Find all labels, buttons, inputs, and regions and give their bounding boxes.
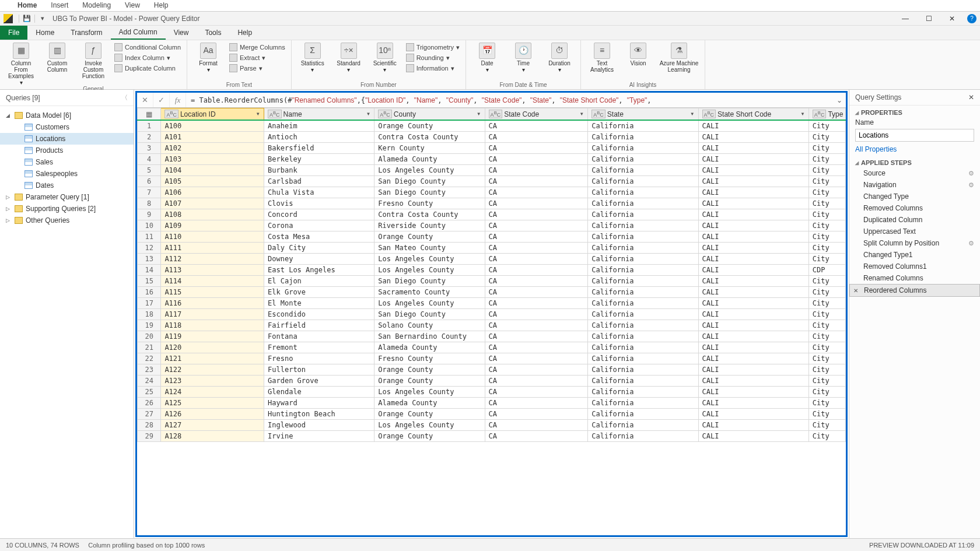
cell[interactable]: Fresno County bbox=[374, 198, 485, 209]
cell[interactable]: Burbank bbox=[264, 165, 374, 176]
table-row[interactable]: 4A103BerkeleyAlameda CountyCACaliforniaC… bbox=[138, 154, 846, 165]
cell[interactable]: CA bbox=[485, 276, 588, 287]
cell[interactable]: CALI bbox=[698, 176, 808, 187]
cell[interactable]: Orange County bbox=[374, 409, 485, 420]
cell[interactable]: City bbox=[808, 387, 845, 398]
cell[interactable]: California bbox=[588, 276, 698, 287]
cell[interactable]: A100 bbox=[161, 120, 264, 132]
table-row[interactable]: 24A123Garden GroveOrange CountyCACalifor… bbox=[138, 375, 846, 387]
properties-section[interactable]: PROPERTIES bbox=[849, 106, 980, 117]
cell[interactable]: Concord bbox=[264, 209, 374, 220]
cell[interactable]: CA bbox=[485, 387, 588, 398]
table-row[interactable]: 9A108ConcordContra Costa CountyCACalifor… bbox=[138, 209, 846, 220]
cell[interactable]: City bbox=[808, 143, 845, 154]
accept-formula-icon[interactable]: ✓ bbox=[153, 93, 170, 107]
table-row[interactable]: 21A120FremontAlameda CountyCACaliforniaC… bbox=[138, 342, 846, 353]
cell[interactable]: City bbox=[808, 331, 845, 342]
cell[interactable]: CA bbox=[485, 409, 588, 420]
invoke-custom-function-button[interactable]: ƒInvoke Custom Function bbox=[77, 43, 110, 79]
cell[interactable]: CA bbox=[485, 209, 588, 220]
cell[interactable]: City bbox=[808, 298, 845, 309]
date-button[interactable]: 📅Date ▾ bbox=[471, 43, 503, 73]
cell[interactable]: Fullerton bbox=[264, 364, 374, 375]
cell[interactable]: City bbox=[808, 231, 845, 243]
cell[interactable]: A119 bbox=[161, 331, 264, 342]
query-item[interactable]: Locations bbox=[0, 133, 134, 145]
cell[interactable]: Alameda County bbox=[374, 342, 485, 353]
applied-step[interactable]: Removed Columns1 bbox=[849, 261, 980, 272]
cell[interactable]: CA bbox=[485, 298, 588, 309]
help-icon[interactable]: ? bbox=[967, 14, 977, 23]
cell[interactable]: CA bbox=[485, 431, 588, 442]
app-tab-help[interactable]: Help bbox=[147, 0, 176, 11]
cell[interactable]: California bbox=[588, 431, 698, 442]
cell[interactable]: California bbox=[588, 120, 698, 132]
table-row[interactable]: 28A127InglewoodLos Angeles CountyCACalif… bbox=[138, 420, 846, 431]
cell[interactable]: CA bbox=[485, 120, 588, 132]
cell[interactable]: A106 bbox=[161, 187, 264, 198]
cell[interactable]: CA bbox=[485, 187, 588, 198]
ribbon-tab-view[interactable]: View bbox=[166, 26, 197, 40]
cell[interactable]: City bbox=[808, 431, 845, 442]
cell[interactable]: CA bbox=[485, 375, 588, 387]
cell[interactable]: City bbox=[808, 320, 845, 331]
cell[interactable]: Orange County bbox=[374, 120, 485, 132]
cell[interactable]: City bbox=[808, 187, 845, 198]
column-header[interactable]: ABCType▼ bbox=[808, 108, 845, 121]
cell[interactable]: California bbox=[588, 154, 698, 165]
table-row[interactable]: 15A114El CajonSan Diego CountyCACaliforn… bbox=[138, 276, 846, 287]
cell[interactable]: City bbox=[808, 375, 845, 387]
statistics-button[interactable]: ΣStatistics ▾ bbox=[296, 43, 329, 73]
close-button[interactable]: ✕ bbox=[940, 12, 964, 25]
cell[interactable]: California bbox=[588, 176, 698, 187]
maximize-button[interactable]: ☐ bbox=[917, 12, 940, 25]
cell[interactable]: CALI bbox=[698, 364, 808, 375]
cell[interactable]: CA bbox=[485, 220, 588, 231]
table-row[interactable]: 2A101AntiochContra Costa CountyCACalifor… bbox=[138, 132, 846, 143]
table-row[interactable]: 1A100AnaheimOrange CountyCACaliforniaCAL… bbox=[138, 120, 846, 132]
ribbon-tab-add-column[interactable]: Add Column bbox=[111, 26, 166, 40]
cell[interactable]: Antioch bbox=[264, 132, 374, 143]
gear-icon[interactable]: ⚙ bbox=[968, 170, 974, 177]
cell[interactable]: California bbox=[588, 254, 698, 265]
cell[interactable]: California bbox=[588, 364, 698, 375]
applied-step[interactable]: Uppercased Text bbox=[849, 226, 980, 237]
cell[interactable]: Glendale bbox=[264, 387, 374, 398]
cell[interactable]: California bbox=[588, 243, 698, 254]
qat-dropdown-icon[interactable]: ▾ bbox=[37, 13, 48, 24]
cell[interactable]: CALI bbox=[698, 331, 808, 342]
table-row[interactable]: 3A102BakersfieldKern CountyCACaliforniaC… bbox=[138, 143, 846, 154]
row-number[interactable]: 20 bbox=[138, 331, 161, 342]
cell[interactable]: A116 bbox=[161, 298, 264, 309]
row-number[interactable]: 15 bbox=[138, 276, 161, 287]
cell[interactable]: San Mateo County bbox=[374, 243, 485, 254]
cell[interactable]: Orange County bbox=[374, 364, 485, 375]
cell[interactable]: A114 bbox=[161, 276, 264, 287]
cell[interactable]: Carlsbad bbox=[264, 176, 374, 187]
cell[interactable]: Solano County bbox=[374, 320, 485, 331]
cell[interactable]: CA bbox=[485, 254, 588, 265]
applied-step[interactable]: Reordered Columns bbox=[849, 284, 980, 297]
cell[interactable]: Orange County bbox=[374, 375, 485, 387]
cell[interactable]: A103 bbox=[161, 154, 264, 165]
applied-step[interactable]: Source⚙ bbox=[849, 167, 980, 179]
table-row[interactable]: 29A128IrvineOrange CountyCACaliforniaCAL… bbox=[138, 431, 846, 442]
save-icon[interactable]: 💾 bbox=[22, 13, 32, 24]
parse-button[interactable]: Parse ▾ bbox=[228, 64, 286, 73]
column-header[interactable]: ABCState▼ bbox=[588, 108, 698, 121]
table-row[interactable]: 20A119FontanaSan Bernardino CountyCACali… bbox=[138, 331, 846, 342]
cell[interactable]: San Bernardino County bbox=[374, 331, 485, 342]
close-settings-icon[interactable]: ✕ bbox=[968, 93, 974, 101]
row-number[interactable]: 7 bbox=[138, 187, 161, 198]
cell[interactable]: A108 bbox=[161, 209, 264, 220]
cell[interactable]: CA bbox=[485, 353, 588, 364]
cell[interactable]: CALI bbox=[698, 231, 808, 243]
cell[interactable]: CA bbox=[485, 176, 588, 187]
row-number[interactable]: 16 bbox=[138, 287, 161, 298]
merge-columns-button[interactable]: Merge Columns bbox=[228, 43, 286, 52]
column-from-examples-button[interactable]: ▦Column From Examples ▾ bbox=[5, 43, 37, 86]
query-item[interactable]: Dates bbox=[0, 180, 134, 191]
query-item[interactable]: Products bbox=[0, 145, 134, 156]
row-number[interactable]: 9 bbox=[138, 209, 161, 220]
row-number[interactable]: 6 bbox=[138, 176, 161, 187]
